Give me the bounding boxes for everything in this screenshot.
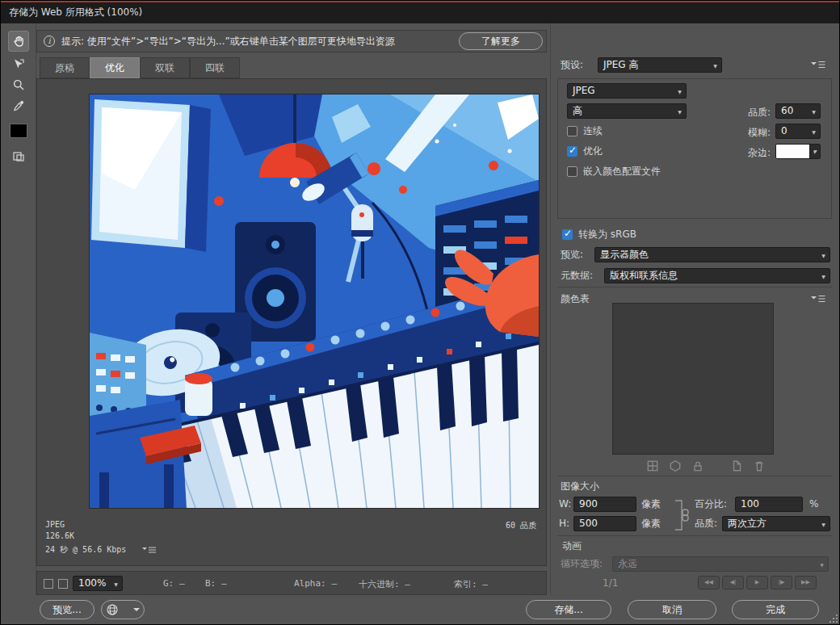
preview-file-size: 126.6K: [45, 531, 74, 540]
new-color-icon[interactable]: [730, 459, 743, 472]
preview-select[interactable]: 显示器颜色: [594, 247, 830, 262]
percent-label: 百分比:: [695, 497, 727, 512]
web-shift-icon[interactable]: [669, 459, 682, 472]
learn-more-button[interactable]: 了解更多: [459, 32, 543, 50]
metadata-select[interactable]: 版权和联系信息: [604, 268, 830, 283]
width-unit: 像素: [641, 497, 661, 512]
embed-profile-checkbox[interactable]: [567, 166, 578, 177]
cancel-button[interactable]: 取消: [628, 600, 716, 619]
slices-visibility-icon: [12, 150, 25, 163]
optimized-checkbox[interactable]: [567, 146, 578, 157]
eyedropper-icon: [12, 99, 25, 112]
delete-color-icon[interactable]: [753, 459, 766, 472]
compression-quality-select[interactable]: 高: [567, 103, 687, 119]
last-frame-button[interactable]: ▶▶: [795, 576, 817, 589]
height-input[interactable]: 500: [573, 516, 636, 531]
convert-srgb-checkbox[interactable]: [562, 229, 573, 240]
optimized-preview-image[interactable]: [89, 94, 540, 509]
link-dimensions-icon[interactable]: [674, 498, 690, 532]
save-button[interactable]: 存储...: [526, 600, 611, 619]
color-table-title: 颜色表: [561, 292, 590, 307]
dialog-footer: 预览... 存储... 取消 完成: [1, 595, 840, 625]
artboard-badge-icon[interactable]: [58, 579, 68, 589]
window-titlebar: 存储为 Web 所用格式 (100%): [1, 1, 840, 23]
color-table-grid: [612, 303, 774, 455]
info-icon: i: [44, 36, 55, 47]
tab-4up[interactable]: 四联: [190, 57, 240, 78]
preview-in-browser-button[interactable]: [101, 600, 145, 619]
lock-color-icon[interactable]: [691, 459, 704, 472]
zoom-tool-button[interactable]: [8, 74, 29, 95]
tab-original[interactable]: 原稿: [40, 57, 90, 78]
animation-title: 动画: [562, 539, 582, 554]
preview-select-label: 预览:: [561, 247, 583, 262]
preview-format: JPEG: [45, 520, 65, 529]
map-transparency-icon[interactable]: [646, 459, 659, 472]
matte-dropdown-arrow[interactable]: [809, 145, 820, 158]
readout-b: B: —: [205, 578, 227, 589]
optimized-label: 优化: [583, 144, 603, 159]
preview-download-time: 24 秒 @ 56.6 Kbps: [45, 544, 126, 556]
quality-label: 品质:: [748, 105, 771, 120]
percent-input[interactable]: 100: [735, 497, 803, 512]
embed-profile-label: 嵌入颜色配置文件: [583, 164, 661, 179]
quality-value-field[interactable]: 60: [775, 103, 821, 119]
hand-tool-button[interactable]: [8, 31, 29, 52]
matte-label: 杂边:: [748, 145, 771, 161]
resize-grip[interactable]: [829, 614, 838, 623]
resample-quality-label: 品质:: [695, 516, 717, 531]
readout-g: G: —: [163, 578, 185, 589]
height-label: H:: [559, 516, 569, 531]
preview-in-browser-text-button[interactable]: 预览...: [40, 600, 94, 619]
save-for-web-dialog: 存储为 Web 所用格式 (100%): [0, 0, 840, 625]
preset-label: 预设:: [561, 57, 583, 73]
matte-color-swatch[interactable]: [775, 144, 821, 159]
loop-options-select[interactable]: 永远: [612, 556, 829, 572]
tab-optimized[interactable]: 优化: [90, 57, 140, 78]
slice-select-icon: [12, 57, 25, 70]
tab-2up[interactable]: 双联: [140, 57, 190, 78]
settings-panel: 预设: JPEG 高 JPEG 高 品质: 60 连续 模糊: 0 优化 杂边:…: [550, 23, 840, 595]
color-table-panel-menu-icon[interactable]: [811, 295, 825, 303]
format-select[interactable]: JPEG: [567, 83, 687, 99]
first-frame-button[interactable]: ◀◀: [698, 576, 720, 589]
width-input[interactable]: 900: [573, 497, 636, 512]
progressive-checkbox[interactable]: [567, 126, 578, 136]
eyedropper-tool-button[interactable]: [8, 95, 29, 116]
image-size-title: 图像大小: [561, 479, 599, 494]
window-title: 存储为 Web 所用格式 (100%): [9, 6, 142, 18]
studio-illustration: [90, 94, 539, 508]
done-button[interactable]: 完成: [732, 600, 819, 619]
browser-dropdown-arrow-icon: [133, 608, 140, 612]
preset-select[interactable]: JPEG 高: [598, 57, 722, 73]
progressive-label: 连续: [583, 124, 603, 139]
status-bar: 100% G: — B: — Alpha: — 十六进制: — 索引: —: [36, 571, 547, 595]
previous-frame-button[interactable]: ◀|: [722, 576, 744, 589]
resample-quality-select[interactable]: 两次立方: [722, 516, 830, 531]
metadata-label: 元数据:: [561, 268, 593, 283]
tools-panel: [1, 23, 36, 595]
preview-column: i 提示: 使用“文件”>“导出”>“导出为...”或右键单击某个图层可更快地导…: [36, 23, 547, 595]
slice-visibility-mini-icon[interactable]: [44, 579, 53, 589]
width-label: W:: [559, 497, 571, 512]
play-button[interactable]: ▶: [746, 576, 768, 589]
preview-frame: JPEG 126.6K 24 秒 @ 56.6 Kbps 60 品质: [36, 78, 547, 566]
toggle-slices-visibility-button[interactable]: [8, 146, 29, 167]
next-frame-button[interactable]: |▶: [771, 576, 792, 589]
readout-hex: 十六进制: —: [359, 578, 410, 590]
preview-quality-readout: 60 品质: [506, 520, 536, 531]
tip-bar: i 提示: 使用“文件”>“导出”>“导出为...”或右键单击某个图层可更快地导…: [36, 30, 547, 52]
readout-index: 索引: —: [454, 578, 488, 590]
slice-select-tool-button[interactable]: [8, 53, 29, 74]
blur-label: 模糊:: [748, 125, 771, 141]
download-speed-menu-icon[interactable]: [142, 547, 157, 553]
frame-indicator: 1/1: [603, 576, 618, 591]
browser-globe-icon: [106, 603, 119, 616]
zoom-level-select[interactable]: 100%: [73, 576, 123, 591]
readout-alpha: Alpha: —: [294, 578, 337, 589]
preset-panel-menu-icon[interactable]: [811, 61, 825, 69]
hand-icon: [12, 35, 25, 48]
blur-value-field[interactable]: 0: [775, 124, 821, 139]
eyedropper-color-swatch[interactable]: [10, 124, 27, 138]
convert-srgb-label: 转换为 sRGB: [578, 227, 636, 242]
